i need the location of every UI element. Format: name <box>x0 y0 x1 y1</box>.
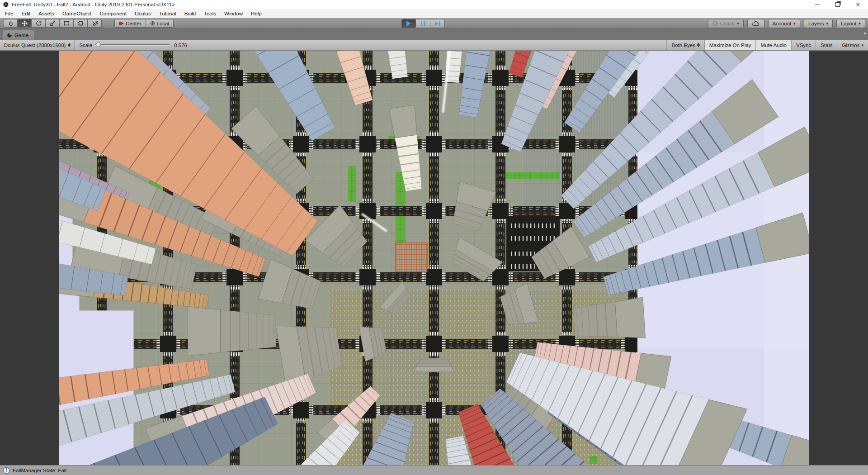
transform-tool-button[interactable] <box>74 19 88 28</box>
scale-slider[interactable] <box>95 40 170 50</box>
pivot-center-button[interactable]: Center <box>114 19 146 28</box>
status-message: FallManager State: Fall <box>13 468 66 473</box>
game-toolbar-right: Both Eyes Maximize On Play Mute Audio VS… <box>666 40 868 50</box>
view-tab-bar: Game ▾ <box>0 29 868 40</box>
menu-gameobject[interactable]: GameObject <box>58 11 96 16</box>
collab-label: Collab <box>720 21 735 26</box>
scale-slider-track[interactable] <box>95 44 170 46</box>
pause-icon <box>421 21 425 26</box>
collab-button[interactable]: ✓ Collab ▾ <box>708 19 744 28</box>
restore-button[interactable] <box>827 0 848 9</box>
menu-assets[interactable]: Assets <box>34 11 58 16</box>
menu-tools[interactable]: Tools <box>200 11 220 16</box>
transform-combined-icon <box>77 20 84 27</box>
layers-label: Layers <box>808 21 824 26</box>
transform-tools <box>4 19 102 28</box>
unity-logo-icon <box>3 1 9 8</box>
step-icon <box>435 21 440 26</box>
hand-icon <box>7 20 14 27</box>
cloud-button[interactable] <box>747 19 764 28</box>
stats-toggle[interactable]: Stats <box>816 40 837 50</box>
scale-value: 0.576 <box>170 40 191 50</box>
game-view-toolbar: Oculus Quest (2880x1600) Scale 0.576 Bot… <box>0 40 868 51</box>
tab-options-icon[interactable]: ▾ <box>864 31 866 36</box>
pivot-local-icon <box>150 21 155 26</box>
chevron-down-icon: ▾ <box>793 21 796 26</box>
unity-editor-window: FreeFall_Unity3D - Fall2 - Android - Uni… <box>0 0 868 475</box>
rect-tool-button[interactable] <box>60 19 74 28</box>
menu-tutorial[interactable]: Tutorial <box>155 11 180 16</box>
menu-help[interactable]: Help <box>247 11 266 16</box>
close-button[interactable]: × <box>848 0 868 9</box>
minimize-button[interactable] <box>807 0 827 9</box>
maximize-on-play-label: Maximize On Play <box>709 43 751 48</box>
collab-check-icon: ✓ <box>712 21 718 26</box>
updown-icon <box>68 43 71 47</box>
both-eyes-label: Both Eyes <box>671 43 695 48</box>
chevron-down-icon: ▾ <box>861 43 863 48</box>
chevron-down-icon: ▾ <box>859 21 861 26</box>
move-tool-button[interactable] <box>18 19 32 28</box>
rotate-icon <box>35 20 42 27</box>
updown-icon <box>697 43 700 47</box>
maximize-on-play-toggle[interactable]: Maximize On Play <box>704 40 756 50</box>
layers-dropdown[interactable]: Layers ▾ <box>804 19 833 28</box>
wrench-icon <box>91 20 98 27</box>
chevron-down-icon: ▾ <box>826 21 828 26</box>
mute-audio-label: Mute Audio <box>760 43 787 48</box>
pause-button[interactable] <box>416 19 430 28</box>
game-toolbar-left: Oculus Quest (2880x1600) Scale 0.576 <box>0 40 191 50</box>
vsync-toggle[interactable]: VSync <box>791 40 816 50</box>
status-bar[interactable]: ! FallManager State: Fall <box>0 465 868 475</box>
scale-slider-knob[interactable] <box>96 42 101 47</box>
play-button[interactable] <box>401 19 416 28</box>
stats-label: Stats <box>821 43 832 48</box>
account-dropdown[interactable]: Account ▾ <box>768 19 800 28</box>
menu-oculus[interactable]: Oculus <box>131 11 155 16</box>
gizmos-label: Gizmos <box>842 43 859 48</box>
chevron-down-icon: ▾ <box>737 21 739 26</box>
game-render[interactable] <box>59 51 809 465</box>
hand-tool-button[interactable] <box>4 19 18 28</box>
menu-build[interactable]: Build <box>180 11 200 16</box>
info-icon: ! <box>3 467 9 474</box>
menu-file[interactable]: File <box>1 11 18 16</box>
tab-game[interactable]: Game <box>3 30 34 40</box>
display-resolution-dropdown[interactable]: Oculus Quest (2880x1600) <box>0 40 75 50</box>
layout-label: Layout <box>841 21 857 26</box>
game-viewport <box>0 51 868 465</box>
pivot-local-button[interactable]: Local <box>146 19 174 28</box>
playmode-controls <box>401 19 445 28</box>
scale-icon <box>49 20 56 27</box>
toolbar-right: ✓ Collab ▾ Account ▾ Layers ▾ Layout ▾ <box>708 19 865 28</box>
gizmos-dropdown[interactable]: Gizmos ▾ <box>837 40 868 50</box>
step-button[interactable] <box>430 19 445 28</box>
layout-dropdown[interactable]: Layout ▾ <box>836 19 865 28</box>
tab-game-label: Game <box>14 33 28 38</box>
cloud-icon <box>752 21 760 26</box>
menu-window[interactable]: Window <box>220 11 247 16</box>
pivot-local-label: Local <box>157 21 170 26</box>
pivot-controls: Center Local <box>114 19 174 28</box>
move-icon <box>21 20 28 27</box>
pivot-center-icon <box>119 21 124 26</box>
play-icon <box>406 21 411 26</box>
title-bar: FreeFall_Unity3D - Fall2 - Android - Uni… <box>0 0 868 9</box>
rotate-tool-button[interactable] <box>32 19 46 28</box>
mute-audio-toggle[interactable]: Mute Audio <box>755 40 791 50</box>
main-toolbar: Center Local ✓ Collab ▾ <box>0 18 868 29</box>
scale-label: Scale <box>75 40 95 50</box>
menu-component[interactable]: Component <box>95 11 130 16</box>
rect-tool-icon <box>63 20 70 27</box>
scale-tool-button[interactable] <box>46 19 60 28</box>
game-view-icon <box>7 33 12 38</box>
menu-edit[interactable]: Edit <box>18 11 35 16</box>
display-resolution-label: Oculus Quest (2880x1600) <box>4 43 66 48</box>
vsync-label: VSync <box>796 43 811 48</box>
both-eyes-dropdown[interactable]: Both Eyes <box>666 40 704 50</box>
custom-tool-button[interactable] <box>88 19 102 28</box>
account-label: Account <box>773 21 792 26</box>
pivot-center-label: Center <box>126 21 142 26</box>
menu-bar: File Edit Assets GameObject Component Oc… <box>0 9 868 18</box>
window-title: FreeFall_Unity3D - Fall2 - Android - Uni… <box>12 2 807 7</box>
